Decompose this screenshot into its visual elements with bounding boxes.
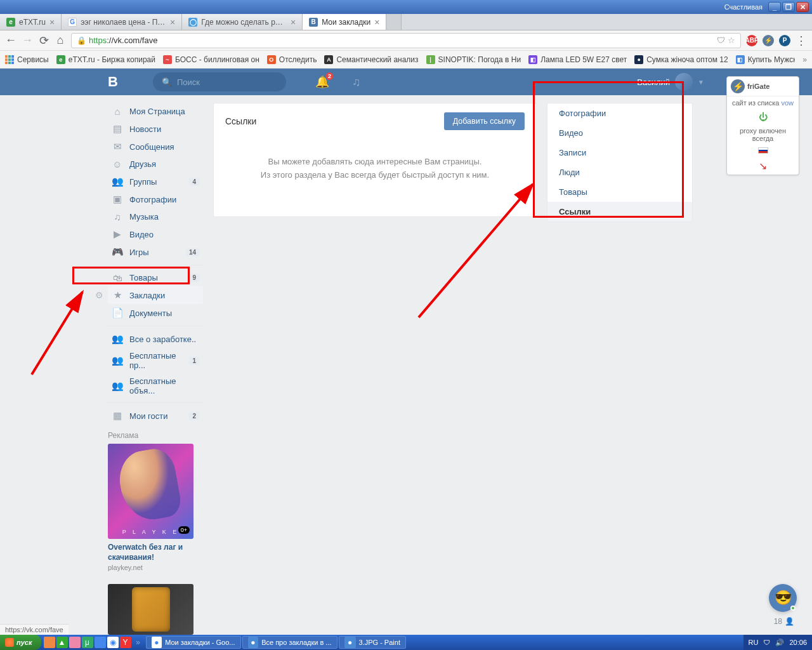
right-tabs: ФотографииВидеоЗаписиЛюдиТоварыСсылки bbox=[547, 103, 693, 635]
nav-item[interactable]: ♫Музыка bbox=[108, 208, 203, 225]
svg-line-0 bbox=[32, 292, 82, 375]
vk-content: ⌂Моя Страница▤Новости✉Сообщения☺Друзья👥Г… bbox=[108, 95, 704, 635]
nav-item[interactable]: ▶Видео bbox=[108, 225, 203, 243]
bookmarks-bar: Сервисы eeTXT.ru - Биржа копирай~БОСС - … bbox=[0, 51, 812, 69]
status-bar: https://vk.com/fave bbox=[0, 624, 69, 635]
filter-tab[interactable]: Фотографии bbox=[547, 103, 692, 123]
vpn-icon: 🛡 bbox=[717, 36, 725, 45]
bookmark-item[interactable]: ◧Купить Мужская Рубаш bbox=[736, 55, 796, 64]
bookmark-item[interactable]: |SINOPTIK: Погода в Ни bbox=[426, 55, 521, 64]
nav-item[interactable]: 👥Бесплатные объя... bbox=[108, 373, 203, 399]
tab-close-icon[interactable]: × bbox=[291, 17, 296, 27]
forward-button[interactable]: → bbox=[22, 34, 33, 47]
flag-ru-icon bbox=[758, 147, 768, 154]
star-icon[interactable]: ☆ bbox=[728, 36, 735, 45]
extension-icon[interactable]: P bbox=[779, 35, 790, 46]
filter-tab[interactable]: Ссылки bbox=[547, 202, 692, 222]
minimize-btn[interactable]: _ bbox=[768, 2, 781, 12]
tab-close-icon[interactable]: × bbox=[49, 17, 55, 27]
left-nav: ⌂Моя Страница▤Новости✉Сообщения☺Друзья👥Г… bbox=[108, 103, 203, 635]
filter-tab[interactable]: Видео bbox=[547, 123, 692, 143]
notifications-button[interactable]: 🔔2 bbox=[315, 75, 329, 89]
online-count: 18 👤 bbox=[774, 617, 794, 626]
lock-icon: 🔒 bbox=[77, 36, 86, 45]
filter-tab[interactable]: Записи bbox=[547, 143, 692, 162]
close-btn[interactable]: ✕ bbox=[796, 2, 809, 12]
browser-tab[interactable]: BМои закладки× bbox=[303, 14, 386, 30]
nav-item[interactable]: 👥Группы4 bbox=[108, 173, 203, 190]
search-icon: 🔍 bbox=[162, 77, 172, 87]
maximize-btn[interactable]: ❐ bbox=[782, 2, 795, 12]
gear-icon[interactable]: ⚙ bbox=[95, 290, 103, 300]
nav-item[interactable]: ▦Мои гости2 bbox=[108, 407, 203, 425]
search-input[interactable]: 🔍 Поиск bbox=[153, 72, 286, 91]
nav-item[interactable]: 📄Документы bbox=[108, 304, 203, 322]
nav-item[interactable]: ☺Друзья bbox=[108, 156, 203, 173]
menu-button[interactable]: ⋮ bbox=[796, 34, 807, 48]
nav-item[interactable]: ▤Новости bbox=[108, 120, 203, 138]
nav-item[interactable]: ⌂Моя Страница bbox=[108, 103, 203, 120]
filter-tab[interactable]: Товары bbox=[547, 182, 692, 202]
empty-state: Вы можете добавлять сюда интересные Вам … bbox=[225, 130, 525, 208]
panel-title: Ссылки bbox=[225, 116, 256, 126]
abp-extension-icon[interactable]: ABP bbox=[746, 35, 757, 46]
frigate-extension-icon[interactable]: ⚡ bbox=[763, 35, 774, 46]
bookmark-item[interactable]: ~БОСС - биллинговая он bbox=[163, 55, 259, 64]
voice-chat-button[interactable]: 😎 bbox=[769, 584, 797, 612]
new-tab-button[interactable] bbox=[386, 14, 402, 30]
home-button[interactable]: ⌂ bbox=[55, 34, 66, 47]
nav-item[interactable]: 👥Все о заработке.. bbox=[108, 330, 203, 348]
apps-button[interactable]: Сервисы bbox=[5, 55, 49, 64]
browser-tab[interactable]: Gээг николаев цена - Поиск× bbox=[62, 14, 182, 30]
nav-item[interactable]: 🎮Игры14 bbox=[108, 243, 203, 261]
add-link-button[interactable]: Добавить ссылку bbox=[444, 112, 525, 130]
nav-item[interactable]: ⚙★Закладки bbox=[108, 286, 203, 304]
bookmark-item[interactable]: ●Сумка жіноча оптом 12 bbox=[634, 55, 728, 64]
nav-item[interactable]: ✉Сообщения bbox=[108, 138, 203, 156]
nav-item[interactable]: 👥Бесплатные пр...1 bbox=[108, 348, 203, 373]
bookmark-item[interactable]: AСемантический анализ bbox=[324, 55, 418, 64]
browser-tab[interactable]: ◯Где можно сделать ребенк× bbox=[182, 14, 303, 30]
arrow-annotation bbox=[19, 254, 108, 381]
bookmark-item[interactable]: ◧Лампа LED 5W E27 свет bbox=[528, 55, 627, 64]
chevron-down-icon: ▼ bbox=[698, 79, 704, 86]
bookmarks-overflow[interactable]: » bbox=[802, 55, 807, 64]
music-button[interactable]: ♫ bbox=[352, 76, 361, 89]
avatar bbox=[675, 73, 693, 91]
sidebar-ad[interactable]: P L A Y K E0+ Overwatch без лаг и скачив… bbox=[108, 444, 193, 635]
browser-tabstrip: eeTXT.ru×Gээг николаев цена - Поиск×◯Где… bbox=[0, 14, 812, 30]
main-panel: Ссылки Добавить ссылку Вы можете добавля… bbox=[213, 103, 537, 635]
ad-label: Реклама bbox=[108, 431, 203, 440]
back-button[interactable]: ← bbox=[5, 34, 16, 47]
browser-toolbar: ← → ⟳ ⌂ 🔒 https://vk.com/fave 🛡 ☆ ABP ⚡ … bbox=[0, 30, 812, 51]
bookmark-item[interactable]: ООтследить bbox=[267, 55, 317, 64]
frigate-widget[interactable]: ⚡friGate сайт из списка vow ⏻ proxy вклю… bbox=[726, 76, 799, 175]
vk-header: B 🔍 Поиск 🔔2 ♫ Василий ▼ bbox=[0, 69, 812, 95]
bookmark-item[interactable]: eeTXT.ru - Биржа копирай bbox=[56, 55, 155, 64]
browser-tab[interactable]: eeTXT.ru× bbox=[0, 14, 62, 30]
windows-titlebar: Счастливая _ ❐ ✕ bbox=[0, 0, 812, 14]
user-menu[interactable]: Василий ▼ bbox=[637, 73, 704, 91]
address-bar[interactable]: 🔒 https://vk.com/fave 🛡 ☆ bbox=[71, 33, 741, 48]
nav-item[interactable]: 🛍Товары9 bbox=[108, 269, 203, 286]
tab-close-icon[interactable]: × bbox=[170, 17, 175, 27]
windows-user: Счастливая bbox=[724, 3, 763, 11]
vk-logo[interactable]: B bbox=[108, 74, 117, 90]
tab-close-icon[interactable]: × bbox=[374, 17, 379, 27]
filter-tab[interactable]: Люди bbox=[547, 162, 692, 182]
reload-button[interactable]: ⟳ bbox=[38, 34, 49, 48]
nav-item[interactable]: ▣Фотографии bbox=[108, 190, 203, 208]
